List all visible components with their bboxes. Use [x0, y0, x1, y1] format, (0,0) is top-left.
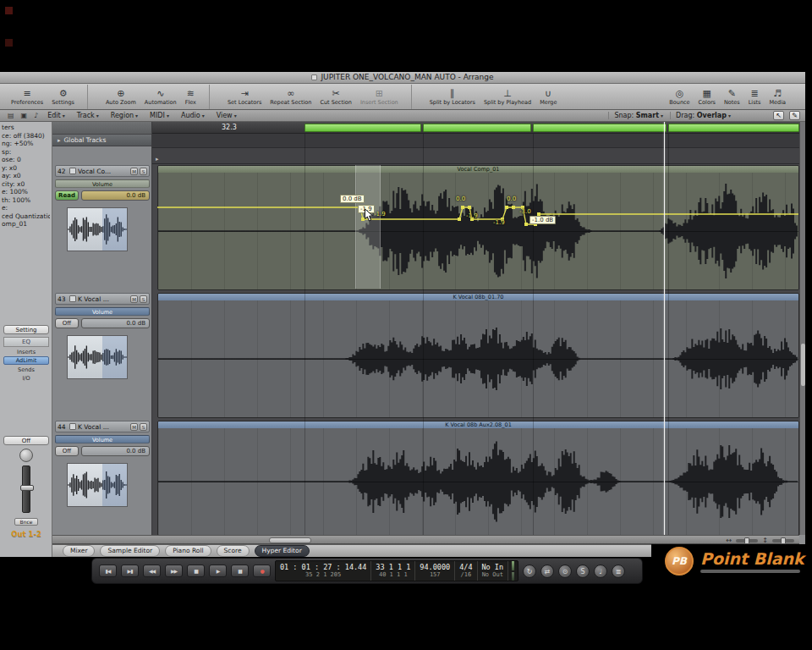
stop-button[interactable]: ■: [187, 565, 205, 577]
automation-mode-button[interactable]: Off: [55, 446, 79, 456]
menu-edit[interactable]: Edit▾: [42, 112, 70, 119]
track-header-42[interactable]: 42 Vocal Co... M S Volume Read 0.0 dB: [55, 165, 150, 285]
channel-eq-display[interactable]: EQ: [3, 337, 49, 347]
repeat-section-button[interactable]: ∞Repeat Section: [266, 85, 315, 109]
track-header-43[interactable]: 43 K Vocal ... M S Volume Off 0.0 dB: [55, 293, 150, 413]
marker-segment[interactable]: [533, 124, 667, 132]
global-tracks-row[interactable]: ▸Global Tracks: [52, 135, 151, 146]
bar-ruler[interactable]: 32.3: [152, 122, 799, 134]
automation-mode-button[interactable]: Off: [55, 318, 79, 328]
volume-fader[interactable]: [22, 465, 30, 513]
midi-icon[interactable]: ♪: [31, 112, 41, 119]
drag-selector[interactable]: Drag: Overlap▾: [670, 112, 736, 119]
automation-value-display[interactable]: 0.0 dB: [81, 446, 150, 456]
autopunch-button[interactable]: ⇄: [540, 565, 554, 578]
pointer-tool-selector[interactable]: ↖: [773, 111, 784, 120]
fader-handle[interactable]: [20, 485, 34, 491]
automation-param-display[interactable]: Volume: [55, 179, 150, 188]
metronome-button[interactable]: ♩: [594, 565, 607, 578]
automation-param-display[interactable]: Volume: [55, 435, 150, 443]
colors-button[interactable]: ▦Colors: [694, 85, 720, 109]
window-titlebar[interactable]: JUPITER ONE_VOLCANO_MAN AUTO - Arrange: [0, 72, 805, 84]
forward-button[interactable]: ▶▶: [165, 565, 183, 577]
region-k-vocal-2[interactable]: K Vocal 08b Aux2.08_01: [157, 421, 799, 535]
menu-view[interactable]: View▾: [211, 112, 242, 119]
settings-button[interactable]: ⚙Settings: [47, 85, 79, 109]
channel-off-button[interactable]: Off: [3, 436, 49, 445]
snap-selector[interactable]: Snap: Smart▾: [608, 112, 668, 119]
tab-sample-editor[interactable]: Sample Editor: [100, 545, 160, 557]
tab-score[interactable]: Score: [217, 545, 250, 557]
media-button[interactable]: ♬Media: [765, 85, 790, 109]
region-waveform[interactable]: [158, 173, 798, 289]
bounce-channel-button[interactable]: Bnce: [14, 518, 38, 526]
pan-knob[interactable]: [19, 449, 33, 462]
vscroll-thumb[interactable]: [801, 344, 805, 386]
cut-section-button[interactable]: ✂Cut Section: [315, 85, 355, 109]
region-vocal-comp[interactable]: Vocal Comp_01: [157, 165, 799, 290]
mute-button[interactable]: M: [130, 423, 138, 431]
bounce-button[interactable]: ◎Bounce: [665, 85, 694, 109]
mute-button[interactable]: M: [130, 295, 138, 303]
region-waveform[interactable]: [158, 428, 798, 535]
go-to-beginning-button[interactable]: ▮◀: [99, 565, 117, 577]
region-k-vocal-1[interactable]: K Vocal 08b_01.70: [157, 293, 799, 418]
insert-section-button[interactable]: ⊞Insert Section: [356, 85, 403, 109]
solo-button[interactable]: S: [140, 168, 147, 175]
automation-value-display[interactable]: 0.0 dB: [81, 318, 150, 328]
set-locators-button[interactable]: ⇥Set Locators: [223, 85, 266, 109]
disclosure-triangle-icon[interactable]: ▸: [156, 156, 159, 162]
automation-value-display[interactable]: 0.0 dB: [81, 190, 150, 201]
split-by-playhead-button[interactable]: ⊥Split by Playhead: [480, 85, 535, 109]
track-header-44[interactable]: 44 K Vocal ... M S Volume Off 0.0 dB: [55, 421, 150, 541]
v-zoom-slider[interactable]: [772, 539, 794, 543]
automation-button[interactable]: ∿Automation: [140, 85, 181, 109]
hscroll-thumb[interactable]: [269, 537, 311, 543]
automation-mode-button[interactable]: Read: [55, 190, 79, 201]
solo-button[interactable]: S: [140, 423, 147, 431]
split-by-locators-button[interactable]: ∥Split by Locators: [425, 85, 480, 109]
mute-button[interactable]: M: [130, 168, 138, 175]
replace-button[interactable]: ⊙: [558, 565, 572, 578]
region-waveform[interactable]: [158, 300, 798, 417]
master-button[interactable]: ≣: [612, 565, 625, 578]
insert-slot-adlimit[interactable]: AdLimit: [3, 356, 49, 365]
channel-setting-button[interactable]: Setting: [3, 325, 49, 334]
lists-button[interactable]: ≣Lists: [744, 85, 765, 109]
lcd-position[interactable]: 01 : 01 : 27 : 14.44 35 2 1 205: [276, 561, 371, 581]
menu-audio[interactable]: Audio▾: [176, 112, 210, 119]
horizontal-scrollbar[interactable]: ↔ ↕: [52, 535, 799, 544]
auto-zoom-button[interactable]: ⊕Auto Zoom: [102, 85, 140, 109]
go-to-end-button[interactable]: ▶▮: [121, 565, 139, 577]
output-label[interactable]: Out 1-2: [3, 530, 49, 538]
solo-mode-button[interactable]: S: [576, 565, 590, 578]
notes-button[interactable]: ✎Notes: [720, 85, 744, 109]
tab-piano-roll[interactable]: Piano Roll: [165, 545, 211, 557]
pencil-tool-selector[interactable]: ✎: [789, 111, 800, 120]
cycle-button[interactable]: ↻: [523, 565, 536, 578]
record-button[interactable]: ●: [253, 565, 271, 577]
lcd-signature[interactable]: 4/4 /16: [455, 561, 477, 581]
play-button[interactable]: ▶: [209, 565, 227, 577]
catch-playhead-icon[interactable]: ▣: [19, 112, 30, 119]
flex-button[interactable]: ≋Flex: [181, 85, 200, 109]
preferences-button[interactable]: ≡Preferences: [7, 85, 47, 109]
track-name[interactable]: Vocal Co...: [78, 168, 129, 175]
tab-hyper-editor[interactable]: Hyper Editor: [255, 545, 310, 557]
menu-midi[interactable]: MIDI▾: [145, 112, 174, 119]
track-name[interactable]: K Vocal ...: [78, 295, 129, 303]
track-name[interactable]: K Vocal ...: [78, 423, 129, 431]
lcd-locators[interactable]: 33 1 1 1 40 1 1 1: [371, 561, 415, 581]
solo-button[interactable]: S: [140, 295, 147, 303]
hierarchy-icon[interactable]: ▤: [5, 112, 17, 119]
h-zoom-slider[interactable]: [736, 539, 758, 543]
rewind-button[interactable]: ◀◀: [143, 565, 161, 577]
playhead[interactable]: [664, 122, 665, 535]
marker-segment[interactable]: [423, 124, 531, 132]
menu-track[interactable]: Track▾: [72, 112, 104, 119]
merge-button[interactable]: ∪Merge: [535, 85, 561, 109]
menu-region[interactable]: Region▾: [106, 112, 143, 119]
tab-mixer[interactable]: Mixer: [63, 545, 95, 557]
disclosure-triangle-icon[interactable]: ▸: [58, 137, 61, 144]
marker-segment[interactable]: [668, 124, 799, 132]
